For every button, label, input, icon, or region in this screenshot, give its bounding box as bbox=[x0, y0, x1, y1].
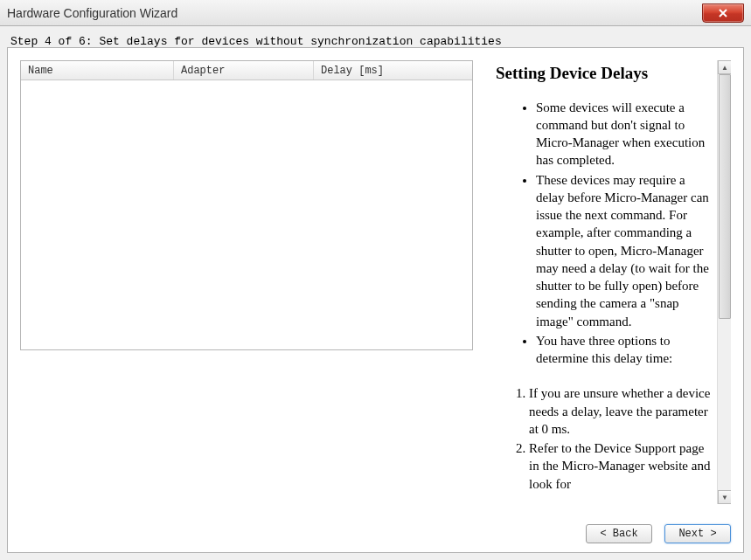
next-button[interactable]: Next > bbox=[664, 524, 731, 543]
table-header-delay[interactable]: Delay [ms] bbox=[314, 61, 472, 80]
help-bullet-item: You have three options to determine this… bbox=[536, 332, 715, 368]
help-panel: Setting Device Delays Some devices will … bbox=[490, 60, 731, 540]
scrollbar-up-button[interactable]: ▲ bbox=[718, 60, 731, 74]
table-header-adapter[interactable]: Adapter bbox=[174, 61, 314, 80]
button-row: < Back Next > bbox=[586, 524, 731, 543]
table-header-name[interactable]: Name bbox=[21, 61, 174, 80]
help-numbered-item: If you are unsure whether a device needs… bbox=[529, 384, 715, 438]
device-table: Name Adapter Delay [ms] bbox=[20, 60, 473, 350]
titlebar: Hardware Configuration Wizard bbox=[0, 0, 751, 26]
help-numbered-list: If you are unsure whether a device needs… bbox=[496, 384, 715, 493]
close-button[interactable] bbox=[702, 3, 744, 23]
help-title: Setting Device Delays bbox=[496, 62, 715, 85]
help-bullet-item: These devices may require a delay before… bbox=[536, 171, 715, 330]
help-bullet-item: Some devices will execute a command but … bbox=[536, 99, 715, 169]
help-bullet-list: Some devices will execute a command but … bbox=[496, 99, 715, 368]
close-icon bbox=[718, 8, 728, 18]
scrollbar-track[interactable]: ▲ ▼ bbox=[717, 60, 731, 504]
table-header: Name Adapter Delay [ms] bbox=[21, 61, 472, 80]
content-area: Name Adapter Delay [ms] Setting Device D… bbox=[7, 47, 744, 553]
window-title: Hardware Configuration Wizard bbox=[7, 6, 177, 20]
scrollbar-down-button[interactable]: ▼ bbox=[718, 490, 731, 504]
help-numbered-item: Refer to the Device Support page in the … bbox=[529, 439, 715, 493]
back-button[interactable]: < Back bbox=[586, 524, 652, 543]
scrollbar-thumb[interactable] bbox=[719, 74, 731, 319]
